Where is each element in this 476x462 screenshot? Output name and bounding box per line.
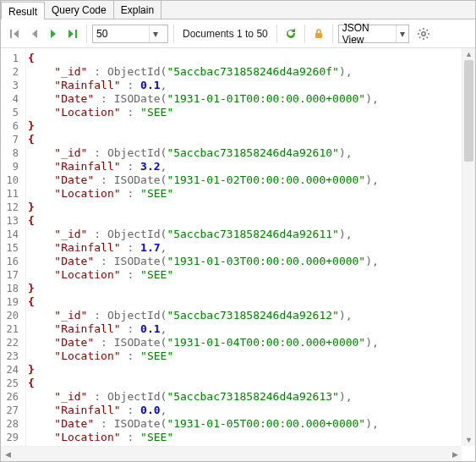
line-number: 13	[4, 214, 19, 228]
code-line: "_id" : ObjectId("5accbac731858246d4a926…	[28, 390, 473, 404]
code-line: "_id" : ObjectId("5accbac731858246d4a926…	[28, 146, 473, 160]
svg-point-1	[422, 31, 425, 35]
toolbar: ▾ Documents 1 to 50 JSON View ▾	[1, 19, 475, 48]
code-line: "_id" : ObjectId("5accbac731858246d4a926…	[28, 228, 473, 241]
svg-line-8	[419, 36, 421, 38]
line-number: 3	[4, 79, 19, 92]
line-number: 8	[4, 146, 19, 160]
scroll-down-arrow[interactable]: ▼	[462, 434, 475, 446]
gear-icon[interactable]	[415, 25, 432, 42]
code-line: {	[28, 377, 473, 390]
line-number: 20	[4, 309, 19, 322]
tab-result[interactable]: Result	[1, 2, 45, 19]
code-line: {	[28, 52, 473, 65]
toolbar-divider	[173, 25, 174, 43]
json-editor[interactable]: 1234567891011121314151617181920212223242…	[1, 48, 475, 446]
view-mode-combo[interactable]: JSON View ▾	[338, 25, 409, 43]
code-line: }	[28, 363, 473, 377]
scroll-up-arrow[interactable]: ▲	[462, 48, 475, 60]
refresh-icon[interactable]	[282, 25, 299, 42]
line-number: 23	[4, 349, 19, 363]
tab-explain[interactable]: Explain	[114, 1, 161, 19]
line-number: 19	[4, 295, 19, 309]
code-line: {	[28, 295, 473, 309]
line-number: 15	[4, 241, 19, 255]
line-number: 6	[4, 119, 19, 133]
line-number: 24	[4, 363, 19, 377]
scroll-thumb[interactable]	[464, 60, 473, 162]
line-number: 10	[4, 173, 19, 187]
line-number: 18	[4, 282, 19, 295]
code-line: "Location" : "SEE"	[28, 349, 473, 363]
svg-line-6	[419, 30, 421, 31]
code-line: "_id" : ObjectId("5accbac731858246d4a926…	[28, 65, 473, 79]
code-line: "Date" : ISODate("1931-01-05T00:00:00.00…	[28, 417, 473, 431]
line-number: 2	[4, 65, 19, 79]
code-line: "Location" : "SEE"	[28, 268, 473, 282]
vertical-scrollbar[interactable]: ▲ ▼	[462, 48, 475, 446]
line-number: 26	[4, 390, 19, 404]
code-area[interactable]: { "_id" : ObjectId("5accbac731858246d4a9…	[26, 48, 475, 446]
scroll-left-arrow[interactable]: ◀	[1, 447, 14, 461]
line-number: 5	[4, 106, 19, 119]
toolbar-divider	[304, 25, 305, 43]
line-number: 27	[4, 404, 19, 417]
code-line: "Date" : ISODate("1931-01-02T00:00:00.00…	[28, 173, 473, 187]
toolbar-divider	[86, 25, 87, 43]
lock-icon[interactable]	[310, 25, 327, 42]
code-line: "Location" : "SEE"	[28, 187, 473, 201]
last-page-icon[interactable]	[64, 25, 81, 42]
line-number: 28	[4, 417, 19, 431]
view-mode-label: JSON View	[339, 22, 396, 46]
line-number: 11	[4, 187, 19, 201]
code-line: "Rainfall" : 0.1,	[28, 322, 473, 336]
code-line: {	[28, 214, 473, 228]
code-line: "Rainfall" : 1.7,	[28, 241, 473, 255]
line-number: 22	[4, 336, 19, 349]
line-number: 9	[4, 160, 19, 173]
toolbar-divider	[332, 25, 333, 43]
page-size-combo[interactable]: ▾	[92, 25, 168, 43]
code-line: }	[28, 119, 473, 133]
code-line: "Date" : ISODate("1931-01-03T00:00:00.00…	[28, 255, 473, 268]
line-number: 12	[4, 201, 19, 214]
prev-page-icon[interactable]	[25, 25, 42, 42]
toolbar-divider	[276, 25, 277, 43]
code-line: "Rainfall" : 3.2,	[28, 160, 473, 173]
chevron-down-icon[interactable]: ▾	[396, 25, 408, 42]
code-line: "Location" : "SEE"	[28, 431, 473, 444]
line-number: 25	[4, 377, 19, 390]
line-number: 7	[4, 133, 19, 146]
code-line: {	[28, 133, 473, 146]
code-line: "_id" : ObjectId("5accbac731858246d4a926…	[28, 309, 473, 322]
code-line: "Location" : "SEE"	[28, 106, 473, 119]
code-line: }	[28, 282, 473, 295]
next-page-icon[interactable]	[45, 25, 62, 42]
chevron-down-icon[interactable]: ▾	[149, 25, 161, 42]
horizontal-scrollbar[interactable]: ◀ ▶	[1, 446, 462, 461]
code-line: "Date" : ISODate("1931-01-01T00:00:00.00…	[28, 92, 473, 106]
svg-rect-0	[315, 33, 322, 38]
doc-range-label: Documents 1 to 50	[179, 28, 271, 40]
first-page-icon[interactable]	[6, 25, 23, 42]
code-line: }	[28, 201, 473, 214]
code-line: "Rainfall" : 0.1,	[28, 79, 473, 92]
tab-query-code[interactable]: Query Code	[45, 1, 114, 19]
svg-line-7	[426, 36, 428, 38]
line-number: 17	[4, 268, 19, 282]
line-number: 16	[4, 255, 19, 268]
scroll-right-arrow[interactable]: ▶	[448, 447, 462, 461]
line-number: 4	[4, 92, 19, 106]
line-number: 29	[4, 431, 19, 444]
line-number: 14	[4, 228, 19, 241]
code-line: "Rainfall" : 0.0,	[28, 404, 473, 417]
tabs-bar: Result Query Code Explain	[1, 1, 475, 19]
line-gutter: 1234567891011121314151617181920212223242…	[1, 48, 26, 446]
line-number: 1	[4, 52, 19, 65]
code-line: "Date" : ISODate("1931-01-04T00:00:00.00…	[28, 336, 473, 349]
page-size-input[interactable]	[93, 28, 149, 40]
svg-line-9	[426, 30, 428, 31]
line-number: 21	[4, 322, 19, 336]
